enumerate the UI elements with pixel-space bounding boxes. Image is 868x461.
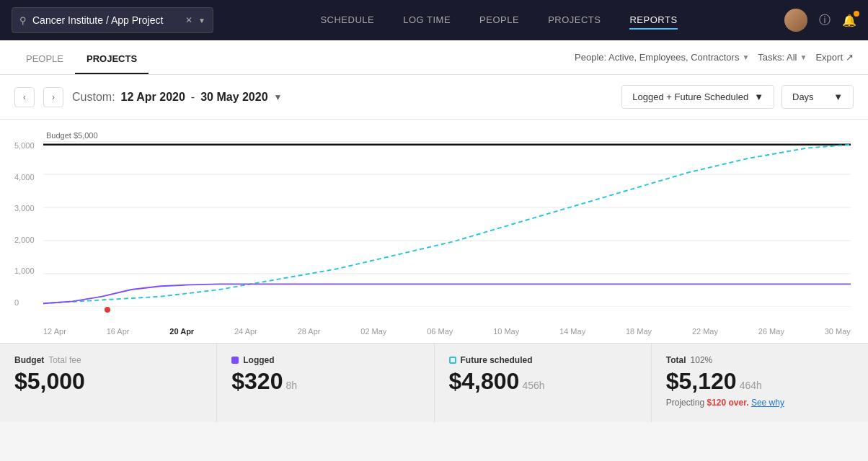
date-end: 30 May 2020 xyxy=(200,91,267,104)
stat-total-value: $5,120 464h xyxy=(666,368,854,395)
nav-right: ⓘ 🔔 xyxy=(784,9,856,32)
stat-logged-label: Logged xyxy=(231,355,419,365)
sub-nav-tabs: PEOPLE PROJECTS xyxy=(14,40,149,74)
x-label-10may: 10 May xyxy=(493,327,519,336)
stat-logged-value: $320 8h xyxy=(231,368,419,395)
chart-svg xyxy=(43,141,851,307)
stat-logged: Logged $320 8h xyxy=(217,344,434,422)
toolbar: ‹ › Custom: 12 Apr 2020 - 30 May 2020 ▼ … xyxy=(0,75,868,120)
people-filter-chevron: ▼ xyxy=(742,53,749,61)
people-filter[interactable]: People: Active, Employees, Contractors ▼ xyxy=(575,52,749,63)
search-text: Cancer Institute / App Project xyxy=(32,14,180,26)
date-start: 12 Apr 2020 xyxy=(121,91,185,104)
x-label-16apr: 16 Apr xyxy=(107,327,130,336)
current-date-marker xyxy=(105,307,110,313)
nav-links: SCHEDULE LOG TIME PEOPLE PROJECTS REPORT… xyxy=(225,12,773,30)
x-label-06may: 06 May xyxy=(427,327,453,336)
tasks-filter[interactable]: Tasks: All ▼ xyxy=(758,52,807,63)
stat-future: Future scheduled $4,800 456h xyxy=(435,344,652,422)
stats-row: Budget Total fee $5,000 Logged $320 8h F… xyxy=(0,343,868,422)
stat-budget-value: $5,000 xyxy=(14,368,202,395)
y-label-5000: 5,000 xyxy=(14,141,35,150)
export-button[interactable]: Export ↗ xyxy=(815,52,854,63)
chart-area: Budget $5,000 5,000 4,000 3,000 2,000 1,… xyxy=(0,120,868,343)
future-legend-dot xyxy=(449,357,456,364)
y-label-0: 0 xyxy=(14,298,35,307)
x-label-30may: 30 May xyxy=(825,327,851,336)
stat-future-label: Future scheduled xyxy=(449,355,637,365)
tab-people[interactable]: PEOPLE xyxy=(14,40,75,74)
y-axis: 5,000 4,000 3,000 2,000 1,000 0 xyxy=(14,141,35,307)
stat-total: Total 102% $5,120 464h Projecting $120 o… xyxy=(652,344,868,422)
budget-label: Budget $5,000 xyxy=(46,131,98,140)
stat-total-label: Total 102% xyxy=(666,355,854,365)
next-button[interactable]: › xyxy=(43,87,63,107)
filter-dropdown[interactable]: Logged + Future Scheduled ▼ xyxy=(621,85,774,109)
chart-svg-container xyxy=(43,141,851,307)
notification-icon[interactable]: 🔔 xyxy=(842,14,856,27)
logged-legend-dot xyxy=(231,357,239,364)
nav-people[interactable]: PEOPLE xyxy=(479,12,519,30)
y-label-1000: 1,000 xyxy=(14,267,35,275)
nav-schedule[interactable]: SCHEDULE xyxy=(320,12,374,30)
search-icon: ⚲ xyxy=(19,15,27,26)
search-box[interactable]: ⚲ Cancer Institute / App Project ✕ ▼ xyxy=(12,7,213,33)
stat-future-value: $4,800 456h xyxy=(449,368,637,395)
date-range-chevron[interactable]: ▼ xyxy=(274,92,283,102)
date-separator: - xyxy=(191,91,195,104)
export-icon: ↗ xyxy=(846,52,854,63)
help-icon[interactable]: ⓘ xyxy=(819,13,831,28)
stat-total-note: Projecting $120 over. See why xyxy=(666,398,854,408)
x-label-28apr: 28 Apr xyxy=(298,327,321,336)
y-label-2000: 2,000 xyxy=(14,236,35,244)
tab-projects[interactable]: PROJECTS xyxy=(75,40,149,74)
date-label: Custom: xyxy=(72,91,115,104)
see-why-link[interactable]: See why xyxy=(751,398,784,408)
nav-projects[interactable]: PROJECTS xyxy=(548,12,601,30)
notification-badge xyxy=(854,11,859,17)
y-label-3000: 3,000 xyxy=(14,204,35,212)
nav-logtime[interactable]: LOG TIME xyxy=(403,12,451,30)
sub-nav-filters: People: Active, Employees, Contractors ▼… xyxy=(575,52,854,63)
tasks-filter-chevron: ▼ xyxy=(800,53,807,61)
avatar-image xyxy=(784,9,807,32)
x-label-26may: 26 May xyxy=(758,327,784,336)
sub-nav: PEOPLE PROJECTS People: Active, Employee… xyxy=(0,40,868,75)
x-axis: 12 Apr 16 Apr 20 Apr 24 Apr 28 Apr 02 Ma… xyxy=(43,327,851,336)
top-nav: ⚲ Cancer Institute / App Project ✕ ▼ SCH… xyxy=(0,0,868,40)
stat-budget: Budget Total fee $5,000 xyxy=(0,344,217,422)
search-clear-icon[interactable]: ✕ xyxy=(185,15,192,25)
logged-line xyxy=(43,284,851,303)
nav-reports[interactable]: REPORTS xyxy=(629,12,677,30)
search-chevron-icon[interactable]: ▼ xyxy=(198,17,205,24)
date-range: Custom: 12 Apr 2020 - 30 May 2020 ▼ xyxy=(72,91,282,104)
period-chevron-icon: ▼ xyxy=(833,91,843,102)
x-label-20apr: 20 Apr xyxy=(169,327,194,336)
stat-budget-label: Budget Total fee xyxy=(14,355,202,365)
x-label-02may: 02 May xyxy=(360,327,386,336)
toolbar-right: Logged + Future Scheduled ▼ Days ▼ xyxy=(621,85,854,109)
x-label-12apr: 12 Apr xyxy=(43,327,66,336)
y-label-4000: 4,000 xyxy=(14,173,35,182)
prev-button[interactable]: ‹ xyxy=(14,87,35,107)
x-label-24apr: 24 Apr xyxy=(234,327,257,336)
future-scheduled-line xyxy=(43,145,851,303)
filter-chevron-icon: ▼ xyxy=(754,91,763,102)
x-label-22may: 22 May xyxy=(692,327,718,336)
period-dropdown[interactable]: Days ▼ xyxy=(781,85,854,109)
x-label-18may: 18 May xyxy=(626,327,652,336)
avatar[interactable] xyxy=(784,9,807,32)
over-amount: $120 over. xyxy=(707,398,748,408)
x-label-14may: 14 May xyxy=(559,327,585,336)
